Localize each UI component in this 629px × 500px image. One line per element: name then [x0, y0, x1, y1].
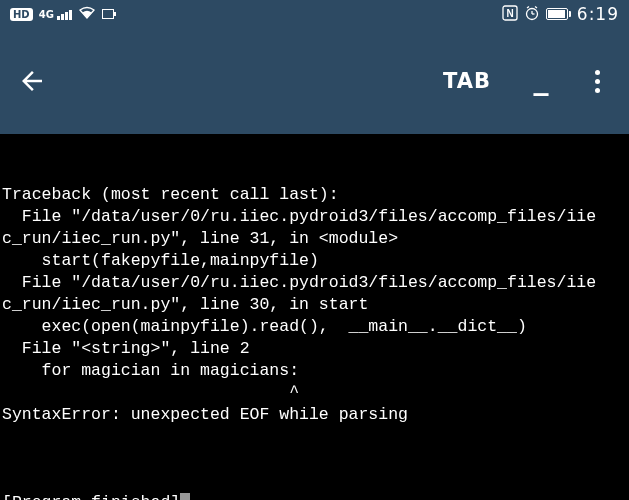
- more-vert-icon: [595, 70, 600, 93]
- svg-line-7: [527, 6, 529, 8]
- terminal-output[interactable]: Traceback (most recent call last): File …: [0, 134, 629, 500]
- terminal-cursor: [180, 493, 190, 500]
- terminal-line: [2, 426, 627, 448]
- minimize-button[interactable]: _: [517, 71, 565, 91]
- svg-rect-1: [114, 12, 116, 16]
- tab-button[interactable]: TAB: [425, 61, 509, 101]
- nfc-icon: N: [502, 5, 518, 24]
- terminal-line: File "/data/user/0/ru.iiec.pydroid3/file…: [2, 272, 627, 294]
- app-bar: TAB _: [0, 28, 629, 134]
- terminal-line: ^: [2, 382, 627, 404]
- arrow-back-icon: [17, 66, 47, 96]
- status-bar: HD 4G N 6:19: [0, 0, 629, 28]
- status-left: HD 4G: [10, 6, 116, 22]
- terminal-line: SyntaxError: unexpected EOF while parsin…: [2, 404, 627, 426]
- terminal-line: c_run/iiec_run.py", line 31, in <module>: [2, 228, 627, 250]
- battery-icon: [546, 8, 571, 20]
- cellular-signal-icon: 4G: [39, 9, 72, 20]
- back-button[interactable]: [8, 57, 56, 105]
- terminal-line: Traceback (most recent call last):: [2, 184, 627, 206]
- terminal-line: exec(open(mainpyfile).read(), __main__._…: [2, 316, 627, 338]
- status-right: N 6:19: [502, 4, 619, 24]
- terminal-line: for magician in magicians:: [2, 360, 627, 382]
- program-finished-text: [Program finished]: [2, 493, 180, 500]
- hd-badge-icon: HD: [10, 8, 33, 21]
- battery-empty-icon: [102, 7, 116, 22]
- terminal-line: File "<string>", line 2: [2, 338, 627, 360]
- more-options-button[interactable]: [573, 57, 621, 105]
- svg-text:N: N: [506, 8, 513, 19]
- wifi-icon: [78, 6, 96, 22]
- terminal-line: start(fakepyfile,mainpyfile): [2, 250, 627, 272]
- terminal-line: File "/data/user/0/ru.iiec.pydroid3/file…: [2, 206, 627, 228]
- svg-rect-0: [102, 9, 113, 18]
- terminal-line: c_run/iiec_run.py", line 30, in start: [2, 294, 627, 316]
- alarm-icon: [524, 5, 540, 24]
- clock-text: 6:19: [577, 4, 619, 24]
- svg-line-8: [535, 6, 537, 8]
